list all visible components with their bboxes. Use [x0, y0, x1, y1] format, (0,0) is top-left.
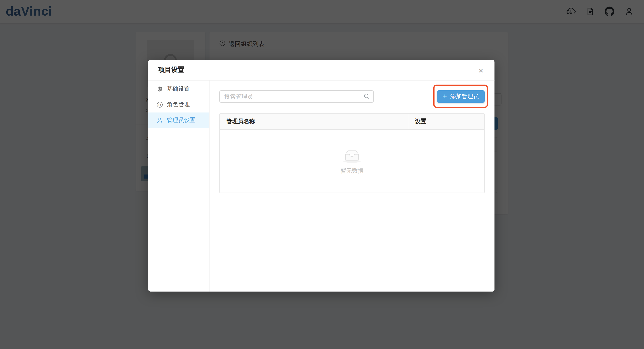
modal-header: 项目设置 ×	[148, 60, 494, 80]
sidebar-item-role-management[interactable]: R 角色管理	[148, 97, 209, 112]
circle-r-icon: R	[156, 102, 163, 108]
table-header-row: 管理员名称 设置	[220, 114, 484, 130]
gear-icon	[156, 86, 163, 92]
column-header-admin-name: 管理员名称	[220, 114, 408, 129]
search-admin-field	[219, 90, 374, 102]
sidebar-item-label: 管理员设置	[167, 117, 196, 124]
admin-settings-panel: + 添加管理员 管理员名称 设置	[210, 80, 495, 292]
table-empty-state: 暂无数据	[220, 130, 484, 192]
search-admin-input[interactable]	[219, 90, 374, 102]
empty-state-label: 暂无数据	[340, 168, 364, 175]
admin-table: 管理员名称 设置 暂无数据	[219, 114, 485, 193]
modal-body: 基础设置 R 角色管理 管理员设置	[148, 80, 494, 292]
empty-box-icon	[342, 148, 362, 165]
column-header-settings: 设置	[408, 114, 484, 129]
sidebar-item-basic-settings[interactable]: 基础设置	[148, 81, 209, 97]
project-settings-modal: 项目设置 × 基础设置 R 角色管	[148, 60, 494, 292]
plus-icon: +	[443, 93, 447, 100]
user-icon	[156, 117, 163, 124]
add-admin-button[interactable]: + 添加管理员	[437, 90, 485, 102]
settings-sidebar: 基础设置 R 角色管理 管理员设置	[148, 80, 209, 292]
sidebar-item-admin-settings[interactable]: 管理员设置	[148, 112, 209, 128]
sidebar-item-label: 角色管理	[167, 101, 190, 108]
search-icon	[363, 93, 370, 102]
add-admin-label: 添加管理员	[450, 93, 479, 100]
add-admin-area: + 添加管理员	[437, 90, 485, 102]
close-icon[interactable]: ×	[475, 64, 487, 76]
modal-title: 项目设置	[158, 66, 184, 74]
page: daVinci	[0, 0, 644, 349]
toolbar: + 添加管理员	[219, 90, 485, 102]
sidebar-item-label: 基础设置	[167, 85, 190, 93]
